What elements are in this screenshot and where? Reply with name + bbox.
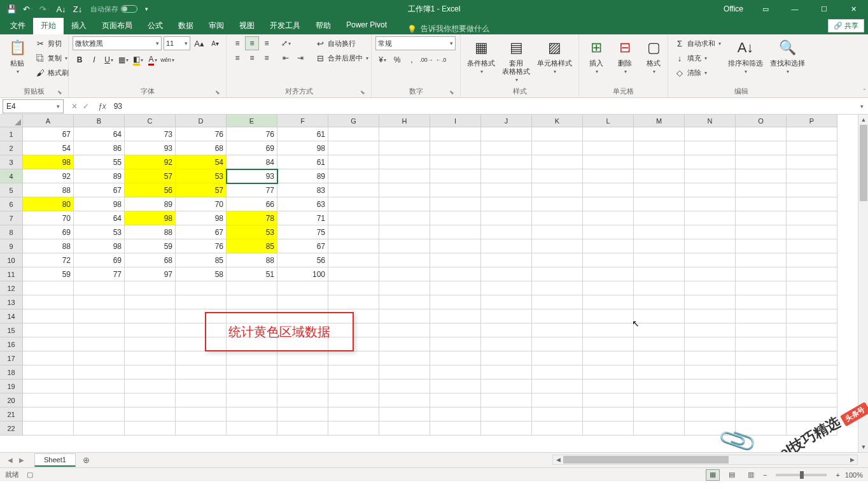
cell-P15[interactable] — [787, 323, 837, 337]
font-name-combo[interactable]: 微软雅黑▾ — [73, 36, 162, 50]
row-header-2[interactable]: 2 — [0, 141, 23, 155]
cell-D10[interactable]: 85 — [176, 253, 227, 267]
cell-E2[interactable]: 69 — [227, 141, 277, 155]
row-header-18[interactable]: 18 — [0, 365, 23, 379]
cell-I7[interactable] — [430, 211, 481, 225]
row-header-8[interactable]: 8 — [0, 225, 23, 239]
cell-G1[interactable] — [328, 127, 379, 141]
cell-L2[interactable] — [583, 141, 634, 155]
cell-C9[interactable]: 59 — [125, 239, 176, 253]
cell-M20[interactable] — [634, 393, 685, 408]
grow-font-button[interactable]: A▴ — [192, 36, 206, 50]
cell-H15[interactable] — [379, 323, 430, 337]
cell-N8[interactable] — [685, 225, 736, 239]
cell-A15[interactable] — [23, 323, 74, 337]
cell-I8[interactable] — [430, 225, 481, 239]
cell-C10[interactable]: 68 — [125, 253, 176, 267]
cell-N13[interactable] — [685, 295, 736, 309]
cell-J13[interactable] — [481, 295, 532, 309]
cell-M3[interactable] — [634, 155, 685, 169]
cell-O20[interactable] — [736, 393, 787, 408]
cell-E18[interactable] — [227, 365, 277, 379]
cell-M12[interactable] — [634, 281, 685, 295]
cell-C11[interactable]: 97 — [125, 267, 176, 281]
cell-A16[interactable] — [23, 337, 74, 351]
cell-B18[interactable] — [74, 365, 125, 379]
sort-filter-button[interactable]: A↓排序和筛选▾ — [725, 36, 766, 76]
cell-O18[interactable] — [736, 365, 787, 379]
cell-C14[interactable] — [125, 309, 176, 323]
align-right-button[interactable]: ≡ — [260, 51, 274, 65]
cell-B7[interactable]: 64 — [74, 211, 125, 225]
format-painter-button[interactable]: 🖌格式刷 — [32, 66, 71, 80]
cell-K10[interactable] — [532, 253, 583, 267]
cell-A22[interactable] — [23, 422, 74, 436]
cell-K17[interactable] — [532, 351, 583, 365]
cell-E3[interactable]: 84 — [227, 155, 277, 169]
cell-C12[interactable] — [125, 281, 176, 295]
number-launcher[interactable]: ⬊ — [448, 89, 456, 96]
cell-J11[interactable] — [481, 267, 532, 281]
cell-A6[interactable]: 80 — [23, 197, 74, 211]
cell-P17[interactable] — [787, 351, 837, 365]
align-center-button[interactable]: ≡ — [245, 51, 259, 65]
font-size-combo[interactable]: 11▾ — [164, 36, 190, 50]
cell-M17[interactable] — [634, 351, 685, 365]
cell-O10[interactable] — [736, 253, 787, 267]
cell-N4[interactable] — [685, 169, 736, 183]
cell-F12[interactable] — [277, 281, 328, 295]
cell-I2[interactable] — [430, 141, 481, 155]
cell-K2[interactable] — [532, 141, 583, 155]
cell-A17[interactable] — [23, 351, 74, 365]
cell-E20[interactable] — [227, 393, 277, 408]
col-header-D[interactable]: D — [176, 115, 227, 127]
cell-K5[interactable] — [532, 183, 583, 197]
format-as-table-button[interactable]: ▤套用 表格格式▾ — [500, 36, 533, 84]
cell-H2[interactable] — [379, 141, 430, 155]
cell-H10[interactable] — [379, 253, 430, 267]
cell-K13[interactable] — [532, 295, 583, 309]
scroll-up-button[interactable]: ▲ — [858, 115, 868, 125]
cell-H3[interactable] — [379, 155, 430, 169]
col-header-A[interactable]: A — [23, 115, 74, 127]
cell-M19[interactable] — [634, 379, 685, 393]
cell-P8[interactable] — [787, 225, 837, 239]
phonetic-button[interactable]: wén▾ — [160, 53, 174, 67]
cell-P13[interactable] — [787, 295, 837, 309]
cell-D2[interactable]: 68 — [176, 141, 227, 155]
cell-B12[interactable] — [74, 281, 125, 295]
cell-L12[interactable] — [583, 281, 634, 295]
sheet-tab-sheet1[interactable]: Sheet1 — [34, 453, 76, 467]
share-button[interactable]: 🔗 共享 — [828, 19, 864, 32]
underline-button[interactable]: U▾ — [102, 53, 116, 67]
cell-C18[interactable] — [125, 365, 176, 379]
cell-C7[interactable]: 98 — [125, 211, 176, 225]
cell-O4[interactable] — [736, 169, 787, 183]
cell-K7[interactable] — [532, 211, 583, 225]
cell-H5[interactable] — [379, 183, 430, 197]
cell-E13[interactable] — [227, 295, 277, 309]
cell-M9[interactable] — [634, 239, 685, 253]
ribbon-tab-6[interactable]: 审阅 — [201, 18, 232, 34]
cell-H4[interactable] — [379, 169, 430, 183]
zoom-level[interactable]: 100% — [845, 471, 863, 479]
cell-O8[interactable] — [736, 225, 787, 239]
cell-L7[interactable] — [583, 211, 634, 225]
cell-O3[interactable] — [736, 155, 787, 169]
clipboard-launcher[interactable]: ⬊ — [56, 89, 64, 96]
cell-J7[interactable] — [481, 211, 532, 225]
cell-C4[interactable]: 57 — [125, 169, 176, 183]
cell-J14[interactable] — [481, 309, 532, 323]
cell-A7[interactable]: 70 — [23, 211, 74, 225]
cell-F18[interactable] — [277, 365, 328, 379]
scroll-down-button[interactable]: ▼ — [858, 442, 868, 452]
cell-B1[interactable]: 64 — [74, 127, 125, 141]
cell-N19[interactable] — [685, 379, 736, 393]
cell-B3[interactable]: 55 — [74, 155, 125, 169]
currency-button[interactable]: ¥▾ — [375, 53, 389, 67]
font-color-button[interactable]: A▾ — [146, 53, 160, 67]
hscroll-thumb[interactable] — [563, 456, 729, 464]
cell-B15[interactable] — [74, 323, 125, 337]
cell-N12[interactable] — [685, 281, 736, 295]
row-header-20[interactable]: 20 — [0, 393, 23, 408]
